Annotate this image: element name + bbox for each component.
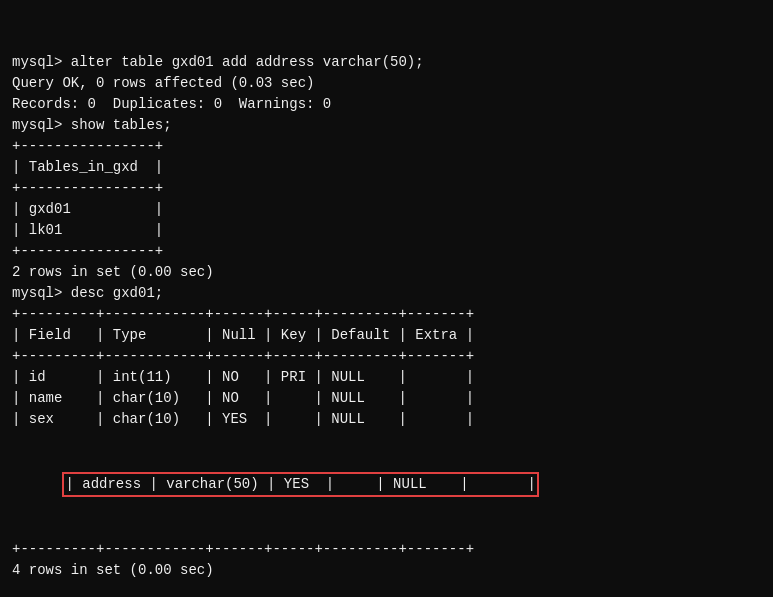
highlighted-address-row: | address | varchar(50) | YES | | NULL |… xyxy=(29,451,539,518)
terminal-line: mysql> show tables; xyxy=(12,115,761,136)
terminal-line: +----------------+ xyxy=(12,178,761,199)
terminal-line: +---------+------------+------+-----+---… xyxy=(12,304,761,325)
address-row-highlight: | address | varchar(50) | YES | | NULL |… xyxy=(62,472,538,497)
terminal-line: mysql> desc gxd01; xyxy=(12,283,761,304)
terminal-line: mysql> alter table gxd01 add address var… xyxy=(12,52,761,73)
terminal-line: | name | char(10) | NO | | NULL | | xyxy=(12,388,761,409)
terminal-line: | lk01 | xyxy=(12,220,761,241)
terminal-line: +---------+------------+------+-----+---… xyxy=(12,539,761,560)
terminal-line: 4 rows in set (0.00 sec) xyxy=(12,560,761,581)
terminal-line: Query OK, 0 rows affected (0.03 sec) xyxy=(12,73,761,94)
terminal-line: | Tables_in_gxd | xyxy=(12,157,761,178)
terminal-line: 2 rows in set (0.00 sec) xyxy=(12,262,761,283)
terminal-line: | id | int(11) | NO | PRI | NULL | | xyxy=(12,367,761,388)
terminal-line: +----------------+ xyxy=(12,136,761,157)
terminal-output: mysql> alter table gxd01 add address var… xyxy=(12,10,761,597)
terminal-line: +---------+------------+------+-----+---… xyxy=(12,346,761,367)
terminal-line: | Field | Type | Null | Key | Default | … xyxy=(12,325,761,346)
terminal-line: | sex | char(10) | YES | | NULL | | xyxy=(12,409,761,430)
terminal-line: | gxd01 | xyxy=(12,199,761,220)
terminal-line: Records: 0 Duplicates: 0 Warnings: 0 xyxy=(12,94,761,115)
terminal-line: +----------------+ xyxy=(12,241,761,262)
